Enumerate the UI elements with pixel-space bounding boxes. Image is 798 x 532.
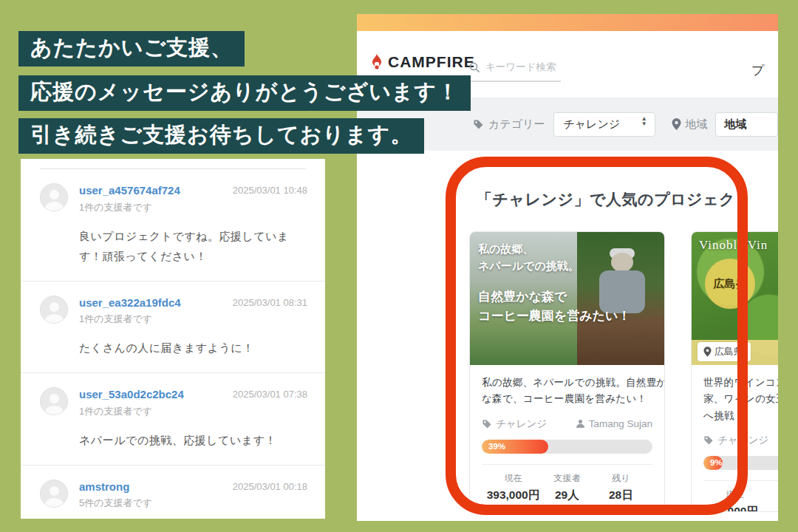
location-chip: 広島県 [698, 342, 751, 361]
region-selected-value: 地域 [725, 117, 747, 132]
comment-timestamp: 2025/03/01 08:31 [233, 297, 307, 308]
campfire-flame-icon [369, 53, 384, 71]
region-filter-label: 地域 [672, 117, 708, 132]
comment-item: user_53a0d2c2bc24 1件の支援者です 2025/03/01 07… [21, 373, 325, 466]
comment-supporter-meta: 1件の支援者です [79, 313, 307, 326]
project-thumbnail: 私の故郷、 ネパールでの挑戦。 自然豊かな森で コーヒー農園を営みたい！ [470, 232, 664, 365]
search-placeholder: キーワード検索 [485, 61, 556, 74]
search-input[interactable]: キーワード検索 [469, 61, 561, 82]
avatar[interactable] [40, 183, 68, 211]
project-thumbnail: Vinoble Vin 広島発 ワイン 広島県 [692, 232, 778, 365]
comment-item: amstrong 5件の支援者です 2025/03/01 00:18 無事にコー… [21, 466, 325, 519]
person-icon [576, 419, 585, 429]
thumbnail-overlay-text: 私の故郷、 ネパールでの挑戦。 [478, 241, 579, 274]
comment-body: ネパールでの挑戦、応援しています！ [79, 430, 307, 450]
region-label-text: 地域 [686, 117, 708, 132]
location-pin-icon [703, 347, 712, 357]
comment-body: 良いプロジェクトですね。応援しています！頑張ってください！ [79, 226, 307, 266]
avatar[interactable] [40, 480, 68, 508]
project-category: チャレンジ [703, 434, 768, 447]
tag-icon [703, 435, 714, 446]
nav-link-partial[interactable]: プ [751, 62, 764, 79]
campfire-logo-text: CAMPFIRE [388, 53, 475, 71]
progress-bar: 39% [482, 440, 652, 454]
select-arrows-icon: ▲▼ [641, 116, 647, 126]
avatar[interactable] [40, 387, 68, 415]
section-title: 「チャレンジ」で人気のプロジェクト [477, 189, 751, 210]
thumbnail-overlay-text: 自然豊かな森で コーヒー農園を営みたい！ [478, 287, 630, 325]
region-select[interactable]: 地域 [715, 112, 778, 137]
comment-timestamp: 2025/03/01 07:38 [233, 389, 307, 400]
thumbnail-badge: 広島発 [705, 259, 755, 309]
project-title: 世界的ワインコン 家、ワインの女王 へ挑戦！ [703, 375, 778, 424]
tag-icon [473, 119, 484, 130]
progress-label: 9% [710, 458, 723, 467]
avatar[interactable] [40, 296, 68, 324]
site-top-gradient-bar [357, 14, 778, 31]
category-select[interactable]: チャレンジ ▲▼ [553, 112, 655, 137]
project-title: 私の故郷、ネパールでの挑戦。自然豊か な森で、コーヒー農園を営みたい！ [482, 375, 652, 408]
comment-supporter-meta: 5件の支援者です [79, 497, 307, 510]
location-pin-icon [672, 118, 681, 130]
project-stats: 現在 393,000円 支援者 29人 残り 28日 [482, 464, 652, 503]
category-selected-value: チャレンジ [563, 117, 620, 132]
banner-line-3: 引き続きご支援お待ちしております。 [18, 118, 424, 154]
banner-line-1: あたたかいご支援、 [18, 31, 245, 66]
project-category: チャレンジ [482, 417, 547, 431]
comment-body: たくさんの人に届きますように！ [79, 338, 307, 358]
progress-label: 39% [488, 442, 505, 451]
category-label-text: カテゴリー [488, 117, 545, 132]
search-icon [469, 62, 480, 73]
project-owner: Tamang Sujan [576, 418, 652, 429]
comment-supporter-meta: 1件の支援者です [79, 201, 307, 214]
campfire-logo[interactable]: CAMPFIRE [369, 53, 475, 71]
comment-item: user_ea322a19fdc4 1件の支援者です 2025/03/01 08… [21, 282, 325, 374]
project-stats: 現在 91,000円 [703, 480, 778, 512]
comments-panel: user_a457674af724 1件の支援者です 2025/03/01 10… [21, 159, 325, 519]
project-card-hiroshima-wine[interactable]: Vinoble Vin 広島発 ワイン 広島県 世界的ワインコン 家、ワインの女… [691, 231, 778, 512]
comment-supporter-meta: 1件の支援者です [79, 405, 307, 418]
progress-bar: 9% [703, 456, 778, 470]
project-card-nepal-coffee[interactable]: 私の故郷、 ネパールでの挑戦。 自然豊かな森で コーヒー農園を営みたい！ 私の故… [469, 231, 665, 512]
thumbnail-overlay-text: Vinoble Vin [699, 238, 768, 253]
comment-timestamp: 2025/03/01 10:48 [233, 185, 307, 196]
banner-line-2: 応援のメッセージありがとうございます！ [18, 75, 471, 111]
comment-item: user_a457674af724 1件の支援者です 2025/03/01 10… [21, 169, 325, 282]
tag-icon [482, 419, 492, 429]
category-filter-label: カテゴリー [473, 117, 545, 132]
comment-timestamp: 2025/03/01 00:18 [233, 481, 307, 492]
